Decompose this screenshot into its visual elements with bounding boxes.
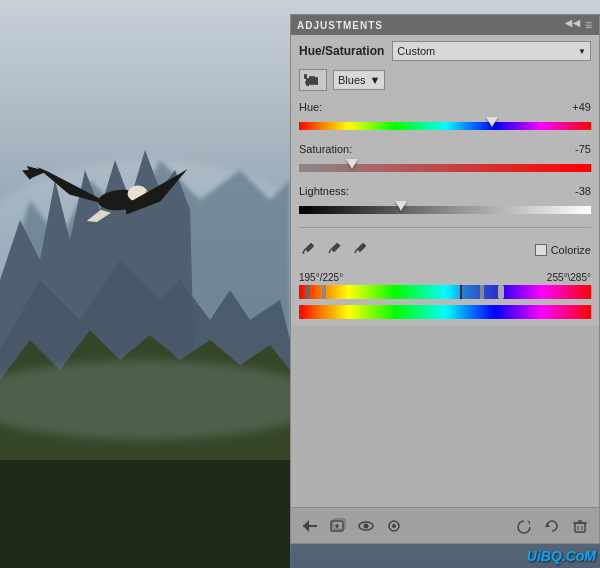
collapse-icon[interactable]: ◀◀: [565, 18, 581, 32]
eyedropper-tools-row: + -: [299, 238, 371, 258]
colorize-row: Colorize: [535, 244, 591, 256]
divider-1: [299, 227, 591, 228]
svg-rect-19: [309, 76, 312, 85]
preset-value: Custom: [397, 45, 435, 57]
lightness-thumb[interactable]: [395, 201, 407, 211]
svg-text:+: +: [338, 242, 342, 248]
svg-rect-8: [0, 460, 290, 568]
controls-row: Blues ▼: [299, 69, 591, 91]
saturation-slider-section: Saturation: -75: [299, 143, 591, 177]
panel-title: ADJUSTMENTS: [297, 20, 383, 31]
hue-slider-section: Hue: +49: [299, 101, 591, 135]
reset-button[interactable]: [513, 515, 535, 537]
refresh-button[interactable]: [541, 515, 563, 537]
svg-rect-22: [304, 74, 307, 79]
range-right-label: 255°\285°: [547, 272, 591, 283]
lightness-label: Lightness:: [299, 185, 349, 197]
channel-dropdown-arrow: ▼: [370, 74, 381, 86]
bottom-left-icons: [299, 515, 405, 537]
hue-label: Hue:: [299, 101, 322, 113]
eyedropper-button[interactable]: [299, 238, 319, 258]
preset-dropdown[interactable]: Custom ▼: [392, 41, 591, 61]
adjustment-type-label: Hue/Saturation: [299, 44, 384, 58]
bottom-right-icons: [513, 515, 591, 537]
lightness-slider-section: Lightness: -38: [299, 185, 591, 219]
hue-track: [299, 122, 591, 130]
color-range-section: 195°/225° 255°\285°: [299, 272, 591, 319]
hue-slider-track-container[interactable]: [299, 115, 591, 135]
hue-value: +49: [561, 101, 591, 113]
add-eyedropper-button[interactable]: +: [325, 238, 345, 258]
panel-titlebar: ADJUSTMENTS ◀◀ ≡: [291, 15, 599, 35]
lightness-track: [299, 206, 591, 214]
visibility-eye-button[interactable]: [355, 515, 377, 537]
svg-rect-20: [312, 76, 315, 85]
range-left-label: 195°/225°: [299, 272, 343, 283]
colorize-label: Colorize: [551, 244, 591, 256]
svg-line-25: [329, 249, 331, 253]
preset-header-row: Hue/Saturation Custom ▼: [299, 41, 591, 61]
saturation-value: -75: [561, 143, 591, 155]
color-range-bar-container[interactable]: [299, 285, 591, 299]
svg-rect-41: [575, 523, 585, 532]
adjustments-panel: ADJUSTMENTS ◀◀ ≡ Hue/Saturation Custom ▼: [290, 14, 600, 544]
range-handle-right2[interactable]: [498, 285, 504, 299]
svg-text:-: -: [364, 242, 366, 248]
panel-bottom-bar: [291, 507, 599, 543]
back-button[interactable]: [299, 515, 321, 537]
colorize-checkbox[interactable]: [535, 244, 547, 256]
delete-button[interactable]: [569, 515, 591, 537]
subtract-eyedropper-button[interactable]: -: [351, 238, 371, 258]
saturation-label: Saturation:: [299, 143, 352, 155]
panel-menu-icon[interactable]: ≡: [585, 18, 593, 32]
svg-point-38: [392, 524, 396, 528]
output-color-bar-container: [299, 305, 591, 319]
hand-tool-button[interactable]: [299, 69, 327, 91]
lightness-slider-track-container[interactable]: [299, 199, 591, 219]
panel-main-content: Hue/Saturation Custom ▼ Blues ▼: [291, 35, 599, 325]
color-range-bar: [299, 285, 591, 299]
saturation-slider-track-container[interactable]: [299, 157, 591, 177]
svg-marker-39: [527, 520, 530, 525]
add-layer-button[interactable]: [327, 515, 349, 537]
hue-thumb[interactable]: [486, 117, 498, 127]
channel-dropdown[interactable]: Blues ▼: [333, 70, 385, 90]
saturation-thumb[interactable]: [346, 159, 358, 169]
svg-line-27: [355, 249, 357, 253]
output-color-bar: [299, 305, 591, 319]
preset-dropdown-arrow: ▼: [578, 47, 586, 56]
saturation-track: [299, 164, 591, 172]
svg-rect-30: [303, 525, 317, 527]
svg-rect-21: [315, 77, 318, 85]
range-handle-right1[interactable]: [480, 285, 484, 299]
range-handle-left2[interactable]: [322, 285, 326, 299]
watermark: UiBQ.CoM: [527, 548, 596, 564]
svg-point-24: [303, 252, 305, 254]
eye-visibility-button[interactable]: [383, 515, 405, 537]
range-labels-row: 195°/225° 255°\285°: [299, 272, 591, 283]
lightness-value: -38: [561, 185, 591, 197]
channel-value: Blues: [338, 74, 366, 86]
range-handle-left[interactable]: [305, 285, 309, 299]
svg-point-36: [364, 523, 369, 528]
panel-title-icons: ◀◀ ≡: [565, 18, 593, 32]
